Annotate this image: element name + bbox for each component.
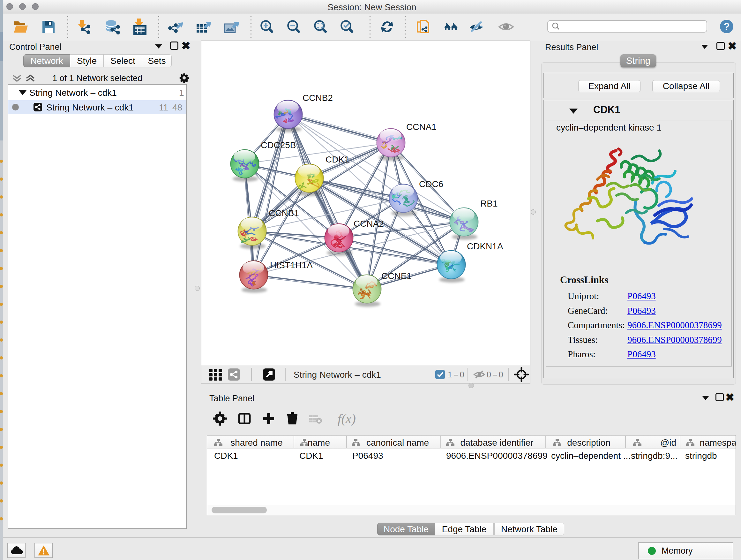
svg-text:canonical name: canonical name: [366, 438, 429, 448]
svg-text:CCNB2: CCNB2: [302, 93, 333, 103]
svg-text:String Network – cdk1: String Network – cdk1: [293, 370, 381, 380]
svg-text:namespac: namespac: [699, 438, 736, 448]
svg-text:?: ?: [724, 21, 730, 32]
svg-text:f(x): f(x): [338, 411, 356, 426]
svg-text:description: description: [567, 438, 610, 448]
svg-text:HIST1H1A: HIST1H1A: [270, 260, 313, 270]
svg-text:1 – 0: 1 – 0: [448, 370, 464, 379]
svg-text:database identifier: database identifier: [461, 438, 534, 448]
svg-text:CDKN1A: CDKN1A: [467, 241, 503, 251]
svg-text:CDC25B: CDC25B: [261, 140, 296, 150]
svg-text:RB1: RB1: [480, 199, 497, 208]
svg-text:CDK1: CDK1: [326, 154, 349, 165]
svg-text:CDC6: CDC6: [419, 179, 443, 189]
svg-text:CCNA1: CCNA1: [406, 122, 436, 132]
svg-text:CCNB1: CCNB1: [269, 208, 299, 218]
svg-text:CCNA2: CCNA2: [354, 219, 384, 229]
svg-text:@id: @id: [660, 438, 676, 448]
svg-text:name: name: [308, 438, 330, 448]
svg-text:shared name: shared name: [230, 438, 282, 448]
svg-text:CCNE1: CCNE1: [381, 271, 412, 281]
svg-text:0 – 0: 0 – 0: [487, 370, 503, 379]
